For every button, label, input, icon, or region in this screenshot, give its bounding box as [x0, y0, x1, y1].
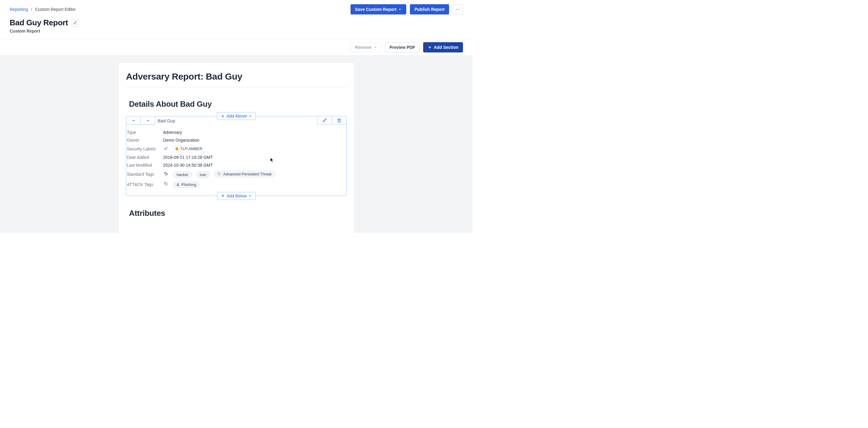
field-label: Last Modified	[127, 163, 163, 167]
field-value: hacker iran Advanced Persistent Threat	[163, 171, 278, 178]
page-subtitle: Custom Report	[0, 29, 472, 39]
delete-card-button[interactable]	[332, 116, 346, 124]
workspace: Adversary Report: Bad Guy Details About …	[0, 56, 472, 233]
tag-chip: iran	[196, 171, 210, 178]
field-label: Type	[127, 130, 163, 135]
field-value: 2018-09-21 17:19:28 GMT	[163, 155, 213, 160]
chevron-down-icon	[373, 45, 377, 49]
add-above-button[interactable]: Add Above	[217, 112, 256, 120]
publish-button-label: Publish Report	[414, 7, 444, 12]
page-title: Bad Guy Report	[10, 18, 68, 27]
link-icon	[163, 146, 169, 150]
field-owner: Owner Demo Organization	[126, 136, 346, 144]
field-label: Date Added	[127, 155, 163, 160]
tag-chip: hacker	[173, 171, 192, 178]
chevron-up-icon	[131, 118, 135, 123]
field-value: 2024-10-30 14:50:38 GMT	[163, 163, 213, 167]
tag-icon	[163, 182, 169, 186]
add-below-label: Add Below	[227, 193, 247, 198]
chevron-down-icon	[146, 118, 150, 123]
tag-chip: Advanced Persistent Threat	[214, 171, 275, 178]
plus-icon	[221, 114, 225, 118]
tag-text: Advanced Persistent Threat	[223, 172, 271, 176]
field-standard-tags: Standard Tags hacker iran Advanced Persi…	[126, 169, 346, 180]
move-up-button[interactable]	[126, 116, 141, 125]
plus-icon	[221, 194, 225, 198]
field-value: & Phishing	[163, 181, 203, 188]
save-button-label: Save Custom Report	[355, 7, 397, 12]
field-attack-tags: ATT&CK Tags & Phishing	[126, 180, 346, 190]
svg-point-11	[165, 173, 165, 173]
field-label: Security Labels	[127, 147, 163, 151]
tag-icon	[163, 172, 169, 176]
tag-special-icon	[218, 173, 221, 176]
field-value: TLP:AMBER	[163, 146, 205, 152]
tlp-chip: TLP:AMBER	[173, 146, 205, 152]
remove-button-label: Remove	[355, 45, 371, 50]
preview-pdf-label: Preview PDF	[390, 45, 415, 50]
edit-card-button[interactable]	[317, 116, 332, 124]
field-label: Owner	[127, 138, 163, 143]
more-actions-button[interactable]	[453, 4, 463, 14]
remove-button[interactable]: Remove	[350, 42, 381, 53]
move-down-button[interactable]	[141, 116, 155, 125]
add-section-label: Add Section	[434, 45, 458, 50]
edit-title-button[interactable]	[72, 19, 79, 27]
chevron-down-icon	[398, 7, 402, 11]
svg-point-7	[164, 148, 166, 150]
tag-chip: & Phishing	[173, 181, 200, 188]
page-header: Reporting / Custom Report Editor Save Cu…	[0, 0, 472, 39]
svg-point-0	[456, 9, 457, 10]
pencil-icon	[322, 118, 327, 123]
save-custom-report-button[interactable]: Save Custom Report	[350, 4, 407, 14]
field-label: Standard Tags	[127, 172, 163, 177]
ampersand-icon: &	[177, 182, 179, 187]
card-actions	[317, 116, 347, 124]
field-value: Demo Organization	[163, 138, 199, 143]
preview-pdf-button[interactable]: Preview PDF	[385, 42, 420, 53]
svg-point-13	[165, 183, 165, 183]
trash-icon	[337, 118, 341, 123]
svg-line-8	[166, 147, 167, 148]
breadcrumb-root-link[interactable]: Reporting	[10, 7, 28, 12]
adversary-card: Add Above Bad Guy	[126, 116, 347, 196]
tag-text: iran	[200, 173, 207, 177]
breadcrumb-separator: /	[31, 7, 32, 12]
breadcrumb-current: Custom Report Editor	[35, 7, 76, 12]
amber-dot-icon	[176, 147, 179, 150]
svg-point-1	[458, 9, 458, 10]
tag-text: Phishing	[181, 182, 196, 187]
caret-up-icon	[249, 115, 252, 118]
breadcrumb: Reporting / Custom Report Editor	[10, 7, 76, 12]
add-below-button[interactable]: Add Below	[217, 192, 255, 200]
plus-icon	[428, 45, 432, 50]
card-title: Bad Guy	[155, 118, 175, 123]
svg-point-12	[219, 173, 219, 174]
report-title: Adversary Report: Bad Guy	[126, 71, 347, 87]
field-value: Adversary	[163, 130, 182, 135]
field-date-added: Date Added 2018-09-21 17:19:28 GMT	[126, 153, 346, 161]
svg-point-2	[459, 9, 460, 10]
field-type: Type Adversary	[126, 128, 346, 136]
tlp-label: TLP:AMBER	[180, 147, 203, 151]
section-title: Details About Bad Guy	[126, 99, 347, 109]
field-last-modified: Last Modified 2024-10-30 14:50:38 GMT	[126, 161, 346, 169]
report-page: Adversary Report: Bad Guy Details About …	[119, 63, 354, 233]
caret-down-icon	[249, 194, 252, 197]
field-security-labels: Security Labels TLP:AMBER	[126, 144, 346, 153]
section-toolbar: Remove Preview PDF Add Section	[0, 39, 472, 56]
add-section-button[interactable]: Add Section	[423, 42, 463, 53]
tag-text: hacker	[177, 173, 188, 177]
publish-report-button[interactable]: Publish Report	[410, 4, 449, 14]
field-label: ATT&CK Tags	[127, 182, 163, 187]
ellipsis-icon	[455, 7, 461, 12]
add-above-label: Add Above	[227, 114, 247, 118]
pencil-icon	[73, 21, 77, 25]
card-fields: Type Adversary Owner Demo Organization S…	[126, 125, 346, 195]
